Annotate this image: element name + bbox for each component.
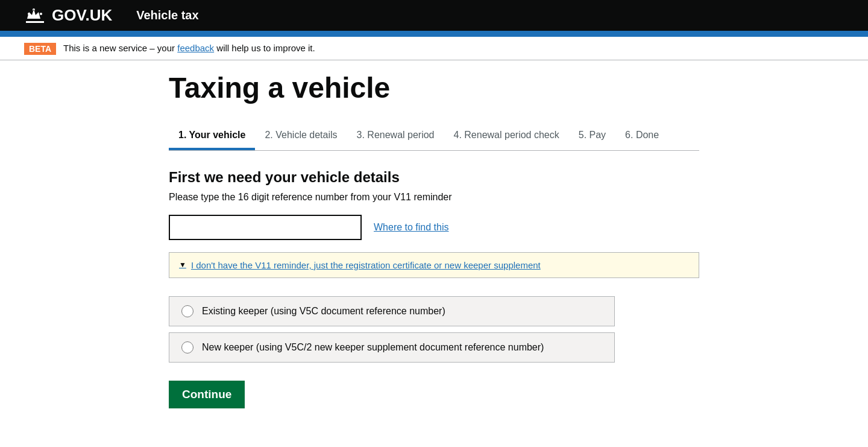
- disclosure-block: ▼ I don't have the V11 reminder, just th…: [169, 252, 699, 278]
- radio-existing-keeper[interactable]: Existing keeper (using V5C document refe…: [169, 296, 615, 326]
- tab-pay[interactable]: 5. Pay: [569, 122, 615, 150]
- radio-new-keeper-label: New keeper (using V5C/2 new keeper suppl…: [202, 342, 544, 353]
- continue-button[interactable]: Continue: [169, 381, 245, 408]
- where-to-find-link[interactable]: Where to find this: [374, 222, 449, 233]
- main-content: Taxing a vehicle 1. Your vehicle 2. Vehi…: [145, 60, 723, 445]
- beta-text-before: This is a new service – your: [63, 43, 177, 53]
- radio-existing-keeper-input[interactable]: [181, 305, 193, 317]
- tab-renewal-period[interactable]: 3. Renewal period: [347, 122, 444, 150]
- form-heading: First we need your vehicle details: [169, 169, 699, 186]
- disclosure-summary[interactable]: ▼ I don't have the V11 reminder, just th…: [169, 253, 699, 277]
- form-description: Please type the 16 digit reference numbe…: [169, 192, 699, 203]
- disclosure-arrow-icon: ▼: [179, 261, 186, 269]
- tab-your-vehicle[interactable]: 1. Your vehicle: [169, 122, 255, 150]
- input-row: Where to find this: [169, 215, 699, 240]
- radio-new-keeper[interactable]: New keeper (using V5C/2 new keeper suppl…: [169, 332, 615, 363]
- crown-icon: [24, 7, 46, 25]
- tab-done[interactable]: 6. Done: [615, 122, 668, 150]
- page-title: Taxing a vehicle: [169, 72, 699, 104]
- tab-vehicle-details[interactable]: 2. Vehicle details: [255, 122, 347, 150]
- beta-banner: BETA This is a new service – your feedba…: [0, 37, 868, 60]
- beta-text-after: will help us to improve it.: [216, 43, 315, 53]
- header: GOV.UK Vehicle tax: [0, 0, 868, 31]
- tab-nav: 1. Your vehicle 2. Vehicle details 3. Re…: [169, 122, 699, 151]
- radio-existing-keeper-label: Existing keeper (using V5C document refe…: [202, 306, 445, 317]
- radio-new-keeper-input[interactable]: [181, 341, 193, 353]
- blue-bar: [0, 31, 868, 37]
- v11-reference-input[interactable]: [169, 215, 362, 240]
- feedback-link[interactable]: feedback: [177, 43, 214, 53]
- gov-uk-text: GOV.UK: [52, 6, 112, 25]
- tab-renewal-period-check[interactable]: 4. Renewal period check: [444, 122, 569, 150]
- service-title: Vehicle tax: [136, 8, 198, 22]
- disclosure-text: I don't have the V11 reminder, just the …: [191, 260, 541, 270]
- gov-uk-logo[interactable]: GOV.UK: [24, 6, 112, 25]
- beta-tag: BETA: [24, 43, 56, 55]
